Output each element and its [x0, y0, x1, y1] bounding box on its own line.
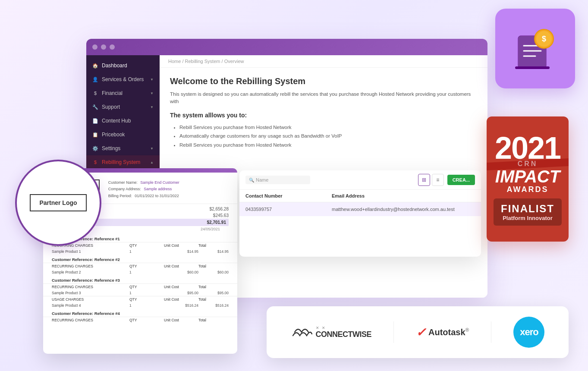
grid-view-button[interactable]: ⊞ — [418, 174, 430, 186]
sidebar-item-content-hub[interactable]: 📄 Content Hub — [86, 114, 160, 128]
customer-list-card: 🔍 Name ⊞ ≡ CREA... Contact Number Email … — [239, 170, 481, 257]
customer-table-row[interactable]: 0433599757 matthew.wood+ellardindustry@h… — [239, 202, 481, 216]
s2-label: RECURRING CHARGES — [52, 264, 129, 268]
breadcrumb-rebilling[interactable]: Rebilling System — [185, 59, 220, 64]
amount-value-1: $2,656.28 — [198, 207, 229, 211]
list-view-button[interactable]: ≡ — [432, 174, 444, 186]
s4-qty: QTY — [129, 318, 164, 322]
award-crn: CRN — [518, 160, 538, 168]
company-address-label: Company Address: — [108, 187, 141, 191]
billing-period-label: Billing Period: — [108, 194, 132, 198]
pricebook-icon: 📋 — [92, 132, 98, 138]
divider-1 — [393, 321, 394, 343]
xero-label: xero — [520, 327, 538, 338]
customer-name-label: Customer Name: — [108, 180, 138, 185]
sidebar-item-support[interactable]: 🔧 Support ▼ — [86, 100, 160, 114]
invoice-billing-period: Billing Period: 01/01/2022 to 31/01/2022 — [108, 193, 179, 199]
search-box[interactable]: 🔍 Name — [245, 176, 310, 184]
award-impact: IMPACT — [495, 168, 560, 185]
page-title: Welcome to the Rebilling System — [170, 76, 477, 86]
view-icons: ⊞ ≡ — [418, 174, 444, 186]
connectwise-label: CONNECTWISE — [316, 330, 372, 339]
content-area: Welcome to the Rebilling System This sys… — [160, 68, 487, 158]
autotask-logo: ✓ Autotask® — [416, 325, 469, 340]
s3-item2-qty: 1 — [129, 303, 164, 308]
support-arrow: ▼ — [150, 105, 154, 109]
s2-item-label: Sample Product 2 — [52, 270, 129, 274]
support-icon: 🔧 — [92, 104, 98, 110]
billing-icon-card: $ — [495, 9, 575, 88]
s3-item-qty: 1 — [129, 291, 164, 295]
invoice-partner-info: Customer Name: Sample End Customer Compa… — [108, 179, 179, 199]
divider-2 — [491, 321, 491, 343]
browser-dot-2 — [101, 44, 106, 50]
page-description: This system is designed so you can autom… — [170, 91, 477, 106]
allows-title: The system alllows you to: — [170, 112, 477, 119]
feature-item-3: Rebill Services you purchase from Hosted… — [179, 141, 477, 150]
svg-text:$: $ — [541, 35, 546, 43]
financial-icon: $ — [92, 90, 98, 96]
s1-item-label: Sample Product 1 — [52, 249, 129, 254]
browser-dot-1 — [92, 44, 97, 50]
autotask-text-block: Autotask® — [428, 327, 469, 337]
invoice-s3-row1: Sample Product 3 1 $95.00 $95.00 — [43, 290, 237, 296]
award-finalist: FINALIST — [497, 203, 558, 215]
s2-item-unit: $60.00 — [164, 270, 198, 274]
settings-arrow: ▼ — [150, 147, 154, 151]
feature-item-2: Automatically charge customers for any u… — [179, 132, 477, 141]
feature-list: Rebill Services you purchase from Hosted… — [170, 123, 477, 150]
sidebar-item-settings[interactable]: ⚙️ Settings ▼ — [86, 141, 160, 155]
award-labels: CRN IMPACT AWARDS — [495, 160, 560, 198]
invoice-s3-header: RECURRING CHARGES QTY Unit Cost Total — [43, 283, 237, 290]
invoice-section-2-title: Customer Reference: Reference #2 — [43, 255, 237, 263]
s3-item2-unit: $516.24 — [164, 303, 198, 308]
award-badge: 2021 CRN IMPACT AWARDS FINALIST Platform… — [487, 116, 569, 242]
s3-item2-label: Sample Product 4 — [52, 303, 129, 308]
billing-icon: $ — [512, 25, 559, 72]
sidebar-item-services[interactable]: 👤 Services & Orders ▼ — [86, 72, 160, 86]
sidebar-item-dashboard[interactable]: 🏠 Dashboard — [86, 59, 160, 72]
settings-icon: ⚙️ — [92, 145, 98, 151]
sidebar-item-financial[interactable]: $ Financial ▼ — [86, 86, 160, 100]
col-contact: Contact Number — [245, 193, 332, 198]
company-address-value: Sample address — [144, 187, 172, 191]
create-button[interactable]: CREA... — [447, 175, 475, 185]
invoice-s3-header2: USAGE CHARGES QTY Unit Cost Total — [43, 296, 237, 302]
browser-bar — [86, 39, 487, 55]
sidebar-item-pricebook[interactable]: 📋 Pricebook — [86, 128, 160, 141]
breadcrumb-overview: Overview — [224, 59, 244, 64]
award-awards: AWARDS — [506, 185, 548, 194]
connectwise-pre: ✕ ✕ — [316, 326, 372, 330]
s3-unit: Unit Cost — [164, 285, 198, 289]
search-placeholder: Name — [256, 177, 268, 182]
breadcrumb-home[interactable]: Home — [168, 59, 181, 64]
invoice-section-3-title: Customer Reference: Reference #3 — [43, 275, 237, 283]
s4-total: Total — [198, 318, 229, 322]
invoice-s3-row2: Sample Product 4 1 $516.24 $516.24 — [43, 302, 237, 308]
integrations-card: ✕ ✕ CONNECTWISE ✓ Autotask® xero — [267, 306, 569, 358]
sidebar-item-rebilling[interactable]: $ Rebilling System ▲ — [86, 155, 160, 169]
s3-total: Total — [198, 285, 229, 289]
xero-logo: xero — [513, 317, 544, 348]
s4-label: RECURRING CHARGES — [52, 318, 129, 322]
partner-logo-box: Partner Logo — [30, 194, 86, 211]
autotask-label: Autotask® — [428, 327, 469, 337]
award-year: 2021 — [495, 132, 560, 163]
services-arrow: ▼ — [150, 78, 154, 82]
partner-logo-circle: Partner Logo — [15, 160, 101, 246]
rebilling-arrow: ▲ — [150, 160, 154, 164]
s2-item-total: $60.00 — [198, 270, 229, 274]
s1-item-unit: $14.95 — [164, 249, 198, 254]
s2-item-qty: 1 — [129, 270, 164, 274]
s1-total: Total — [198, 243, 229, 248]
rebilling-icon: $ — [92, 159, 98, 165]
s1-unit: Unit Cost — [164, 243, 198, 248]
customer-contact: 0433599757 — [245, 207, 332, 212]
s3-qty2: QTY — [129, 297, 164, 302]
invoice-s2-row1: Sample Product 2 1 $60.00 $60.00 — [43, 269, 237, 275]
connectwise-logo: ✕ ✕ CONNECTWISE — [291, 324, 372, 341]
customer-email: matthew.wood+ellardindustry@hostednetwor… — [332, 207, 475, 212]
invoice-s1-row1: Sample Product 1 1 $14.95 $14.95 — [43, 248, 237, 255]
search-icon: 🔍 — [249, 178, 254, 182]
amount-value-total: $2,701.91 — [196, 220, 226, 225]
